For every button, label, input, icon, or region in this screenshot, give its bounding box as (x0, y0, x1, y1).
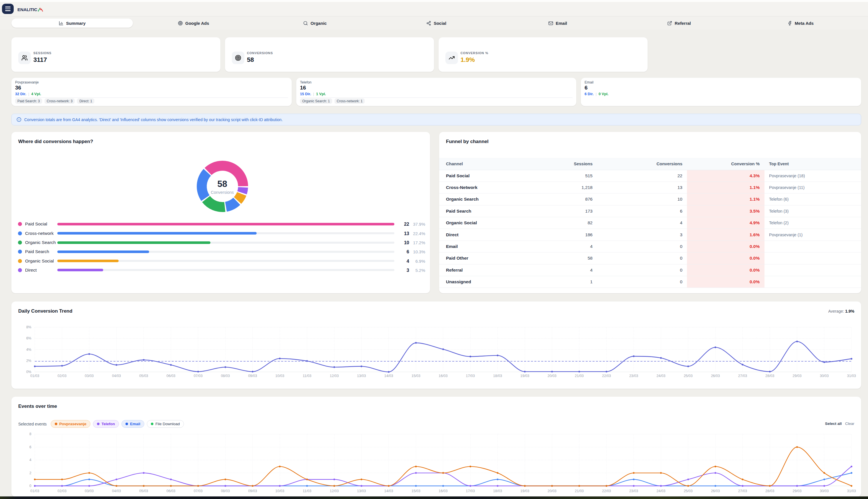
svg-text:14/03: 14/03 (384, 489, 393, 493)
svg-text:0%: 0% (26, 370, 31, 374)
svg-text:03/03: 03/03 (85, 489, 94, 493)
svg-text:6%: 6% (26, 336, 31, 340)
svg-text:4%: 4% (26, 348, 31, 352)
svg-text:22/03: 22/03 (602, 374, 611, 378)
svg-text:21/03: 21/03 (575, 374, 584, 378)
svg-text:0: 0 (29, 484, 31, 488)
svg-text:27/03: 27/03 (738, 374, 747, 378)
svg-text:07/03: 07/03 (194, 374, 203, 378)
svg-text:02/03: 02/03 (58, 374, 67, 378)
svg-text:16/03: 16/03 (438, 374, 447, 378)
svg-text:05/03: 05/03 (139, 374, 148, 378)
svg-text:01/03: 01/03 (30, 374, 39, 378)
svg-text:05/03: 05/03 (139, 489, 148, 493)
svg-text:12/03: 12/03 (330, 489, 339, 493)
svg-text:09/03: 09/03 (248, 489, 257, 493)
svg-text:08/03: 08/03 (221, 489, 230, 493)
svg-text:25/03: 25/03 (684, 374, 692, 378)
svg-text:29/03: 29/03 (793, 374, 801, 378)
svg-text:09/03: 09/03 (248, 374, 257, 378)
svg-text:21/03: 21/03 (575, 489, 584, 493)
svg-text:26/03: 26/03 (711, 374, 720, 378)
svg-text:19/03: 19/03 (520, 374, 529, 378)
svg-text:04/03: 04/03 (112, 374, 121, 378)
svg-text:14/03: 14/03 (384, 374, 393, 378)
svg-text:01/03: 01/03 (30, 489, 39, 493)
svg-text:17/03: 17/03 (466, 489, 475, 493)
svg-text:11/03: 11/03 (303, 489, 311, 493)
svg-text:08/03: 08/03 (221, 374, 230, 378)
svg-text:06/03: 06/03 (167, 489, 176, 493)
svg-text:16/03: 16/03 (438, 489, 447, 493)
svg-text:13/03: 13/03 (357, 374, 366, 378)
svg-text:27/03: 27/03 (738, 489, 747, 493)
svg-text:10/03: 10/03 (276, 489, 284, 493)
svg-text:8: 8 (29, 432, 31, 436)
svg-text:20/03: 20/03 (547, 489, 556, 493)
svg-text:28/03: 28/03 (765, 374, 774, 378)
svg-text:18/03: 18/03 (493, 374, 502, 378)
svg-text:07/03: 07/03 (194, 489, 203, 493)
svg-text:30/03: 30/03 (820, 374, 829, 378)
svg-text:31/03: 31/03 (847, 374, 856, 378)
svg-text:02/03: 02/03 (58, 489, 67, 493)
svg-text:2%: 2% (26, 359, 31, 363)
svg-text:22/03: 22/03 (602, 489, 611, 493)
svg-text:29/03: 29/03 (793, 489, 801, 493)
svg-text:2: 2 (29, 471, 31, 475)
svg-text:15/03: 15/03 (411, 374, 420, 378)
svg-text:30/03: 30/03 (820, 489, 829, 493)
svg-text:25/03: 25/03 (684, 489, 692, 493)
svg-text:20/03: 20/03 (547, 374, 556, 378)
svg-text:12/03: 12/03 (330, 374, 339, 378)
svg-text:26/03: 26/03 (711, 489, 720, 493)
svg-text:31/03: 31/03 (847, 489, 856, 493)
svg-text:8%: 8% (26, 325, 31, 329)
svg-text:10/03: 10/03 (276, 374, 284, 378)
svg-text:24/03: 24/03 (656, 489, 665, 493)
svg-text:23/03: 23/03 (629, 374, 638, 378)
svg-text:03/03: 03/03 (85, 374, 94, 378)
svg-text:28/03: 28/03 (765, 489, 774, 493)
svg-text:06/03: 06/03 (167, 374, 176, 378)
svg-text:18/03: 18/03 (493, 489, 502, 493)
svg-text:6: 6 (29, 445, 31, 449)
svg-text:15/03: 15/03 (411, 489, 420, 493)
svg-text:23/03: 23/03 (629, 489, 638, 493)
svg-text:11/03: 11/03 (303, 374, 311, 378)
svg-text:4: 4 (29, 458, 31, 462)
svg-text:19/03: 19/03 (520, 489, 529, 493)
svg-text:17/03: 17/03 (466, 374, 475, 378)
svg-text:24/03: 24/03 (656, 374, 665, 378)
svg-text:04/03: 04/03 (112, 489, 121, 493)
svg-text:13/03: 13/03 (357, 489, 366, 493)
